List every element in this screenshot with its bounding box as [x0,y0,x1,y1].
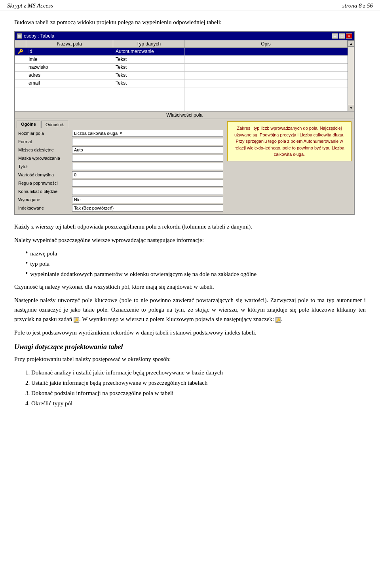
titlebar-left: ⊞ osoby : Tabela [17,33,54,39]
numbered-list: 1. Dokonać analizy i ustalić jakie infor… [14,368,366,408]
row-field-desc [184,87,348,95]
maximize-button[interactable]: □ [339,33,345,39]
bullet-text: nazwę pola [30,249,366,258]
window-icon: ⊞ [17,33,22,39]
prop-row-regula: Reguła poprawności [17,179,223,187]
row-field-name: adres [26,72,113,79]
field-properties-area: Ogólne Odnośnik Rozmiar pola Liczba całk… [15,119,354,214]
bullet-icon: • [25,249,28,257]
close-button[interactable]: ✕ [346,33,352,39]
prop-row-format: Format [17,138,223,146]
row-field-name: Imie [26,56,113,63]
paragraph-4: Następnie należy utworzyć pole kluczowe … [14,295,366,324]
prop-label: Maska wprowadzania [17,155,72,161]
field-props-label: Właściwości pola [15,111,354,119]
prop-label: Wartość domyślna [17,172,72,178]
table-row[interactable]: nazwisko Tekst [15,64,348,72]
key-icon: 🔑 [74,317,79,323]
table-row[interactable] [15,95,348,103]
prop-value[interactable] [72,180,223,187]
table-main: Nazwa pola Typ danych Opis 🔑 id Autonume… [15,40,348,111]
window-title: osoby : Tabela [24,33,54,39]
numbered-item-2: 2. Ustalić jakie informacje będą przecho… [25,378,366,388]
header-desc-col: Opis [184,40,348,47]
paragraph-2: Należy wypełniać poszczególne wiersze wp… [14,235,366,245]
row-icon [15,64,26,71]
row-field-desc [184,48,348,55]
minimize-button[interactable]: ─ [332,33,338,39]
page-header: Skrypt z MS Access strona 8 z 56 [0,0,380,11]
props-table: Rozmiar pola Liczba całkowita długa ▼ Fo… [15,128,225,214]
paragraph-6: Pole to jest podstawowym wyróżnikiem rek… [14,328,366,337]
prop-row-tytul: Tytuł [17,163,223,170]
section-intro: Przy projektowaniu tabel należy postępow… [14,354,366,364]
scroll-track[interactable] [348,47,354,105]
main-content: Budowa tabeli za pomocą widoku projektu … [0,11,380,417]
prop-row-wartość: Wartość domyślna 0 [17,171,223,179]
prop-label: Reguła poprawności [17,180,72,186]
row-field-name [26,87,113,95]
page-number: strona 8 z 56 [342,2,373,9]
tab-odnośnik[interactable]: Odnośnik [41,121,68,128]
row-icon [15,103,26,111]
table-row[interactable] [15,87,348,95]
table-row[interactable]: 🔑 id Autonumerowanie [15,48,348,56]
prop-row-maska: Maska wprowadzania [17,154,223,162]
prop-value[interactable]: Auto [72,146,223,153]
window-titlebar: ⊞ osoby : Tabela ─ □ ✕ [15,32,354,40]
row-field-type [113,103,184,111]
row-field-desc [184,72,348,79]
row-field-type [113,95,184,103]
access-window: ⊞ osoby : Tabela ─ □ ✕ Nazwa pola Typ da… [14,31,355,215]
bullet-item-1: • nazwę pola [14,249,366,258]
prop-value[interactable]: Nie [72,196,223,203]
header-name-col: Nazwa pola [26,40,113,47]
key-result-icon: 🔑 [276,317,281,323]
row-field-type: Tekst [113,56,184,63]
scroll-up-button[interactable]: ▲ [348,40,354,47]
bullet-icon: • [25,259,28,268]
scroll-down-button[interactable]: ▼ [348,105,354,111]
table-row[interactable]: Imie Tekst [15,56,348,64]
vertical-scrollbar[interactable]: ▲ ▼ [348,40,354,111]
field-props-left: Ogólne Odnośnik Rozmiar pola Liczba całk… [15,119,225,214]
row-field-type: Tekst [113,72,184,79]
numbered-item-1: 1. Dokonać analizy i ustalić jakie infor… [25,368,366,377]
row-field-desc [184,95,348,103]
header-type-col: Typ danych [113,40,184,47]
row-field-type [113,87,184,95]
prop-label: Indeksowane [17,205,72,211]
prop-value[interactable]: Liczba całkowita długa ▼ [72,130,223,137]
row-field-type: Autonumerowanie [113,48,184,55]
bullet-icon: • [25,269,28,278]
bullet-text: wypełnianie dodatkowych parametrów w oki… [30,269,366,279]
prop-row-indeksowane: Indeksowane Tak (Bez powtórzeń) [17,204,223,212]
prop-row-komunikat: Komunikat o błędzie [17,187,223,195]
paragraph-1: Każdy z wierszy tej tabeli odpowiada pos… [14,222,366,231]
prop-value[interactable] [72,188,223,195]
table-row[interactable]: email Tekst [15,79,348,87]
prop-label: Miejsca dziesiętne [17,147,72,153]
paragraph-3: Czynność tą należy wykonać dla wszystkic… [14,282,366,291]
prop-value[interactable] [72,163,223,170]
prop-value[interactable] [72,155,223,162]
table-row[interactable] [15,103,348,111]
row-field-name [26,103,113,111]
table-row[interactable]: adres Tekst [15,72,348,79]
row-icon [15,87,26,95]
prop-value[interactable]: Tak (Bez powtórzeń) [72,204,223,212]
prop-value[interactable] [72,138,223,145]
bullet-item-3: • wypełnianie dodatkowych parametrów w o… [14,269,366,279]
bullet-text: typ pola [30,259,366,268]
row-icon [15,56,26,63]
prop-row-wymagane: Wymagane Nie [17,196,223,204]
row-field-name [26,95,113,103]
row-field-type: Tekst [113,64,184,71]
row-field-desc [184,79,348,87]
prop-value[interactable]: 0 [72,171,223,178]
intro-text: Budowa tabeli za pomocą widoku projektu … [14,17,366,27]
row-field-type: Tekst [113,79,184,87]
field-props-right: Zakres i typ liczb wprowadzanych do pola… [225,119,354,214]
tab-general[interactable]: Ogólne [17,121,40,128]
section-heading: Uwagi dotyczące projektowania tabel [14,343,366,351]
